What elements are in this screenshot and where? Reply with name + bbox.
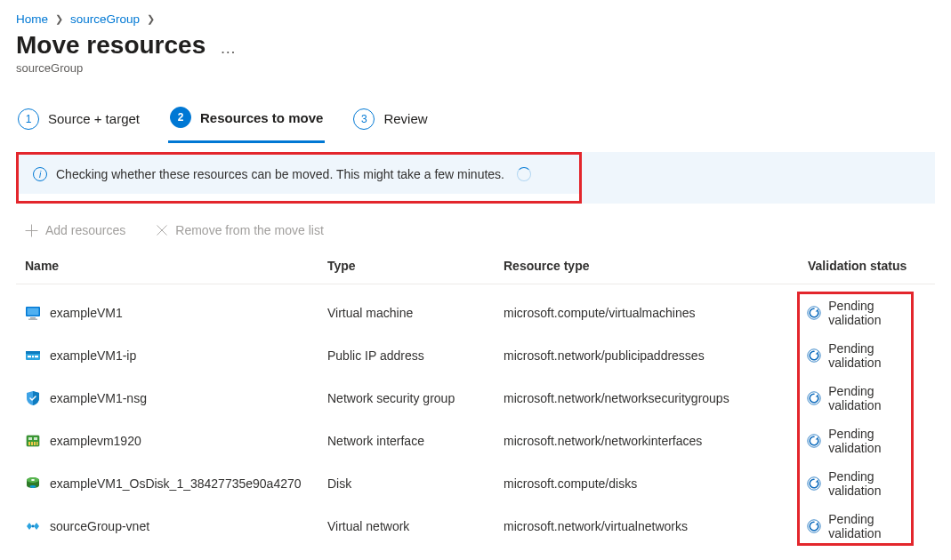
- cell-name: exampleVM1-nsg: [25, 390, 327, 406]
- chevron-right-icon: ❯: [55, 13, 63, 25]
- resource-name: exampleVM1: [50, 306, 123, 320]
- step-number: 3: [353, 108, 375, 130]
- chevron-right-icon: ❯: [147, 13, 155, 25]
- cell-resource-type: microsoft.compute/disks: [504, 476, 806, 491]
- cell-resource-type: microsoft.network/networksecuritygroups: [504, 391, 806, 405]
- vm-icon: [25, 305, 41, 321]
- table-row[interactable]: exampleVM1-nsgNetwork security groupmicr…: [16, 377, 935, 420]
- resources-table: Name Type Resource type Validation statu…: [16, 259, 935, 548]
- close-icon: [156, 224, 168, 236]
- svg-rect-18: [34, 442, 36, 445]
- cell-validation: Pending validation: [806, 469, 926, 498]
- refresh-icon: [806, 433, 821, 449]
- cell-name: exampleVM1: [25, 305, 327, 321]
- cell-type: Virtual machine: [327, 306, 504, 320]
- svg-point-23: [31, 479, 35, 481]
- step-number: 1: [18, 108, 39, 130]
- svg-rect-19: [36, 442, 38, 445]
- cell-type: Network interface: [327, 434, 504, 448]
- add-resources-button[interactable]: Add resources: [25, 223, 125, 237]
- svg-rect-1: [28, 308, 39, 316]
- cell-validation: Pending validation: [806, 427, 926, 455]
- remove-from-list-label: Remove from the move list: [175, 223, 324, 237]
- spinner-icon: [517, 167, 531, 181]
- svg-rect-6: [26, 351, 40, 354]
- refresh-icon: [806, 305, 821, 321]
- resource-name: exampleVM1_OsDisk_1_38427735e90a4270: [50, 476, 302, 491]
- cell-validation: Pending validation: [806, 299, 926, 327]
- table-row[interactable]: examplevm1920Network interfacemicrosoft.…: [16, 420, 935, 462]
- table-row[interactable]: exampleVM1_OsDisk_1_38427735e90a4270Disk…: [16, 462, 935, 505]
- step-label: Resources to move: [200, 110, 323, 125]
- disk-icon: [25, 476, 41, 492]
- step-source-target[interactable]: 1 Source + target: [16, 101, 141, 142]
- refresh-icon: [806, 348, 821, 364]
- cell-resource-type: microsoft.network/publicipaddresses: [504, 348, 806, 363]
- cell-validation: Pending validation: [806, 341, 926, 370]
- table-row[interactable]: exampleVM1Virtual machinemicrosoft.compu…: [16, 292, 935, 334]
- page-title: Move resources: [16, 31, 206, 60]
- breadcrumb-group[interactable]: sourceGroup: [70, 12, 140, 26]
- remove-from-list-button[interactable]: Remove from the move list: [156, 223, 324, 237]
- col-header-type[interactable]: Type: [327, 259, 504, 273]
- info-banner: i Checking whether these resources can b…: [19, 155, 579, 194]
- svg-rect-9: [35, 356, 38, 357]
- step-resources-to-move[interactable]: 2 Resources to move: [168, 100, 325, 143]
- validation-status-text: Pending validation: [828, 299, 926, 327]
- cell-resource-type: microsoft.network/virtualnetworks: [504, 519, 806, 533]
- cell-name: exampleVM1-ip: [25, 348, 327, 364]
- resource-name: exampleVM1-nsg: [50, 391, 147, 405]
- add-resources-label: Add resources: [45, 223, 125, 237]
- vnet-icon: [25, 518, 41, 534]
- validation-status-text: Pending validation: [828, 341, 926, 370]
- table-header: Name Type Resource type Validation statu…: [16, 259, 935, 284]
- page-subtitle: sourceGroup: [16, 61, 935, 75]
- step-label: Source + target: [48, 111, 140, 126]
- cell-type: Public IP address: [327, 348, 504, 363]
- col-header-validation[interactable]: Validation status: [806, 259, 926, 273]
- nsg-icon: [25, 390, 41, 406]
- resource-name: sourceGroup-vnet: [50, 519, 149, 533]
- cell-name: sourceGroup-vnet: [25, 518, 327, 534]
- highlight-box: i Checking whether these resources can b…: [16, 152, 582, 204]
- svg-rect-14: [28, 437, 32, 440]
- table-row[interactable]: exampleVM1-ipPublic IP addressmicrosoft.…: [16, 334, 935, 377]
- svg-point-24: [30, 485, 36, 488]
- resource-name: exampleVM1-ip: [50, 348, 136, 363]
- col-header-resource-type[interactable]: Resource type: [504, 259, 806, 273]
- svg-rect-8: [32, 356, 34, 357]
- plus-icon: [25, 224, 38, 237]
- cell-resource-type: microsoft.compute/virtualmachines: [504, 306, 806, 320]
- step-review[interactable]: 3 Review: [351, 101, 429, 142]
- refresh-icon: [806, 476, 821, 492]
- nic-icon: [25, 433, 41, 449]
- validation-status-text: Pending validation: [828, 469, 926, 498]
- cell-type: Virtual network: [327, 519, 504, 533]
- svg-rect-3: [28, 319, 37, 320]
- refresh-icon: [806, 390, 821, 406]
- wizard-steps: 1 Source + target 2 Resources to move 3 …: [16, 100, 935, 143]
- breadcrumb: Home ❯ sourceGroup ❯: [16, 12, 935, 26]
- info-icon: i: [33, 167, 47, 181]
- cell-validation: Pending validation: [806, 384, 926, 412]
- validation-status-text: Pending validation: [828, 427, 926, 455]
- step-label: Review: [383, 111, 427, 126]
- validation-status-text: Pending validation: [828, 512, 926, 540]
- col-header-name[interactable]: Name: [25, 259, 327, 273]
- cell-type: Network security group: [327, 391, 504, 405]
- validation-status-text: Pending validation: [828, 384, 926, 412]
- ip-icon: [25, 348, 41, 364]
- svg-rect-15: [34, 437, 37, 440]
- svg-rect-17: [31, 442, 33, 445]
- step-number: 2: [170, 107, 191, 128]
- breadcrumb-home[interactable]: Home: [16, 12, 48, 26]
- resource-name: examplevm1920: [50, 434, 141, 448]
- refresh-icon: [806, 518, 821, 534]
- more-actions-button[interactable]: …: [220, 34, 238, 58]
- table-row[interactable]: sourceGroup-vnetVirtual networkmicrosoft…: [16, 505, 935, 548]
- svg-rect-2: [30, 317, 36, 319]
- cell-resource-type: microsoft.network/networkinterfaces: [504, 434, 806, 448]
- cell-name: examplevm1920: [25, 433, 327, 449]
- svg-point-26: [32, 525, 35, 528]
- banner-background: [582, 152, 935, 204]
